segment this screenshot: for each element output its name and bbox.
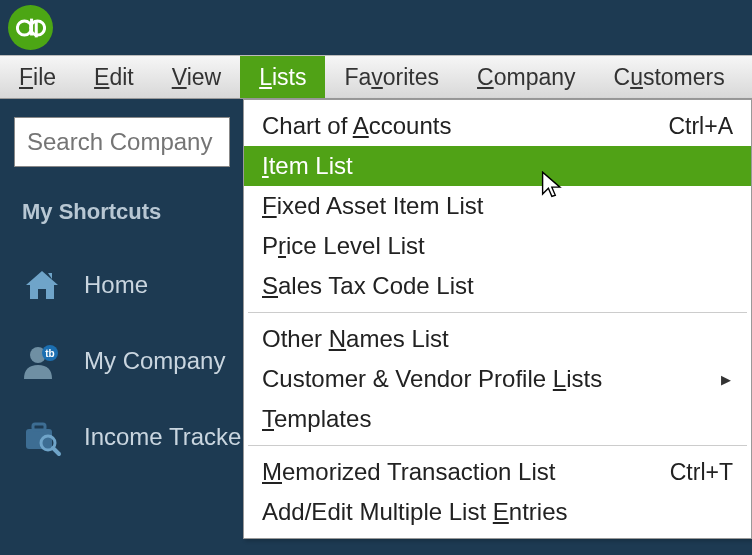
menu-separator bbox=[248, 312, 747, 313]
menu-file[interactable]: File bbox=[0, 56, 75, 98]
app-logo bbox=[8, 5, 53, 50]
lists-dropdown: Chart of Accounts Ctrl+A Item List Fixed… bbox=[243, 99, 752, 539]
briefcase-search-icon bbox=[22, 417, 62, 457]
home-icon bbox=[22, 265, 62, 305]
search-input[interactable] bbox=[27, 128, 217, 156]
menu-favorites[interactable]: Favorites bbox=[325, 56, 458, 98]
shortcut-text: Ctrl+A bbox=[668, 113, 733, 140]
svg-text:tb: tb bbox=[45, 348, 54, 359]
shortcut-label: My Company bbox=[84, 347, 225, 375]
menuitem-sales-tax-code-list[interactable]: Sales Tax Code List bbox=[244, 266, 751, 306]
menuitem-other-names-list[interactable]: Other Names List bbox=[244, 319, 751, 359]
search-box[interactable] bbox=[14, 117, 230, 167]
menu-separator bbox=[248, 445, 747, 446]
svg-line-10 bbox=[53, 448, 59, 454]
svg-rect-3 bbox=[34, 20, 37, 37]
menuitem-item-list[interactable]: Item List bbox=[244, 146, 751, 186]
menu-company[interactable]: Company bbox=[458, 56, 594, 98]
menu-view[interactable]: View bbox=[153, 56, 240, 98]
menuitem-fixed-asset-item-list[interactable]: Fixed Asset Item List bbox=[244, 186, 751, 226]
svg-rect-8 bbox=[33, 424, 45, 430]
menu-lists[interactable]: Lists bbox=[240, 56, 325, 98]
menuitem-memorized-transaction-list[interactable]: Memorized Transaction List Ctrl+T bbox=[244, 452, 751, 492]
shortcut-label: Income Tracker bbox=[84, 423, 249, 451]
menuitem-chart-of-accounts[interactable]: Chart of Accounts Ctrl+A bbox=[244, 106, 751, 146]
shortcut-text: Ctrl+T bbox=[670, 459, 733, 486]
svg-rect-7 bbox=[26, 429, 52, 449]
menubar: File Edit View Lists Favorites Company C… bbox=[0, 55, 752, 99]
menu-customers[interactable]: Customers bbox=[595, 56, 744, 98]
menu-edit[interactable]: Edit bbox=[75, 56, 153, 98]
menuitem-templates[interactable]: Templates bbox=[244, 399, 751, 439]
submenu-arrow-icon: ▶ bbox=[721, 372, 733, 387]
shortcut-label: Home bbox=[84, 271, 148, 299]
menuitem-price-level-list[interactable]: Price Level List bbox=[244, 226, 751, 266]
menuitem-customer-vendor-profile-lists[interactable]: Customer & Vendor Profile Lists ▶ bbox=[244, 359, 751, 399]
person-icon: tb bbox=[22, 341, 62, 381]
menuitem-add-edit-multiple-list-entries[interactable]: Add/Edit Multiple List Entries bbox=[244, 492, 751, 532]
